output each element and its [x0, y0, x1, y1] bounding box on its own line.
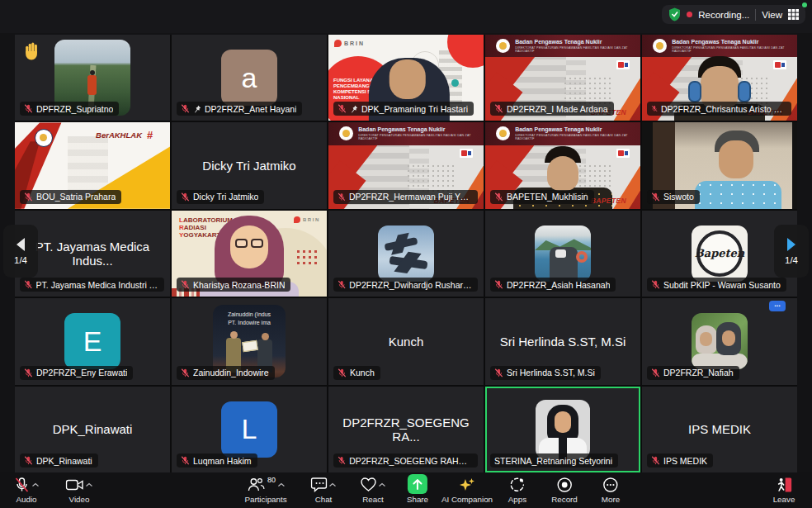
- participant-name-text: DP2FRZR_Nafiah: [663, 368, 734, 377]
- muted-mic-icon: [24, 368, 33, 377]
- muted-mic-icon: [494, 280, 503, 289]
- participant-tile[interactable]: BerAKHLAK#BOU_Satria Prahara: [15, 122, 170, 208]
- topbar-controls: Recording... View: [662, 5, 805, 24]
- participant-tile[interactable]: DP2FRZR_Asiah Hasanah: [485, 211, 640, 297]
- profile-photo-avatar: [692, 313, 748, 369]
- muted-mic-icon: [494, 368, 503, 377]
- leave-button[interactable]: Leave: [773, 476, 795, 504]
- participant-name-text: Kunch: [350, 368, 375, 377]
- share-screen-button[interactable]: Share: [407, 476, 428, 504]
- participant-tile[interactable]: aDP2FRZR_Anet Hayani: [172, 35, 327, 121]
- profile-photo-avatar: [535, 226, 591, 282]
- bapeten-banner-subtitle: DIREKTORAT PENGATURAN PENGAWASAN FASILIT…: [358, 134, 484, 140]
- brin-logo: BRIN: [294, 216, 320, 223]
- recording-status[interactable]: Recording...: [698, 10, 749, 20]
- video-button[interactable]: Video: [66, 476, 93, 504]
- participant-tile[interactable]: Zainuddin (IndusPT. Indowire imaZainuddi…: [172, 298, 327, 384]
- participants-chevron-icon[interactable]: [277, 482, 285, 487]
- muted-mic-icon: [181, 456, 190, 465]
- participant-tile[interactable]: KunchKunch: [328, 298, 484, 384]
- audio-button[interactable]: Audio: [14, 476, 40, 504]
- muted-mic-icon: [338, 192, 346, 202]
- topbar-divider: [755, 9, 756, 21]
- participant-tile[interactable]: IPS MEDIKIPS MEDIK: [642, 387, 797, 472]
- chat-bubble-icon: [311, 477, 328, 492]
- berakhlak-title: BerAKHLAK: [96, 131, 142, 140]
- participant-name-label: Luqman Hakim: [177, 453, 257, 468]
- gallery-view-icon[interactable]: [788, 9, 799, 20]
- participant-tile[interactable]: PT. Jayamas Medica Indus...PT. Jayamas M…: [15, 211, 170, 297]
- heart-react-icon: [361, 477, 377, 492]
- participant-tile[interactable]: Sri Herlinda S.ST, M.SiSri Herlinda S.ST…: [485, 298, 640, 384]
- participant-name-label: DP2FRZR_Anet Hayani: [177, 102, 302, 116]
- participant-tile[interactable]: FUNGSI LAYANAN PENGEMBANGAN KOMPETENSI S…: [328, 35, 484, 121]
- participant-tile[interactable]: STERINA_Retnaning Setyorini: [485, 387, 640, 472]
- more-button[interactable]: More: [602, 476, 620, 504]
- ai-companion-sparkle-icon: [458, 477, 476, 493]
- leave-door-icon: [775, 477, 793, 493]
- next-page-button[interactable]: 1/4: [774, 225, 809, 278]
- participant-tile[interactable]: Badan Pengawas Tenaga NuklirDIREKTORAT P…: [642, 35, 797, 121]
- participant-tile[interactable]: Dicky Tri JatmikoDicky Tri Jatmiko: [172, 122, 327, 208]
- apps-icon: [509, 477, 526, 493]
- participant-name-text: PT. Jayamas Medica Industri Tbk: [36, 280, 158, 290]
- bapeten-logo-text: BAPETEN: [591, 197, 626, 205]
- participant-name-text: DPK_Pramaning Tri Hastari: [361, 104, 468, 114]
- muted-mic-icon: [338, 104, 347, 113]
- react-label: React: [362, 495, 384, 504]
- participant-gallery-grid: DPFRZR_SupriatnoaDP2FRZR_Anet HayaniFUNG…: [15, 35, 797, 472]
- react-chevron-icon[interactable]: [379, 482, 386, 487]
- participant-name-label: IPS MEDIK: [647, 453, 713, 468]
- letter-avatar: L: [221, 401, 277, 458]
- participant-name-label: DP2FRZR_Eny Erawati: [20, 366, 133, 380]
- tile-options-button[interactable]: ...: [769, 301, 786, 311]
- participant-name-text: DPFRZR_Supriatno: [36, 104, 113, 114]
- pin-icon: [193, 105, 201, 113]
- participant-name-text: Kharistya Rozana-BRIN: [193, 280, 285, 290]
- previous-page-button[interactable]: 1/4: [3, 225, 38, 278]
- participant-name-label: BAPETEN_Mukhlisin: [490, 190, 594, 204]
- muted-mic-icon: [651, 192, 660, 202]
- chat-button[interactable]: Chat: [311, 476, 337, 504]
- letter-avatar: a: [221, 50, 277, 106]
- participant-name-text: Sri Herlinda S.ST, M.Si: [507, 368, 595, 377]
- chat-chevron-icon[interactable]: [329, 482, 337, 487]
- muted-mic-icon: [651, 456, 660, 465]
- page-indicator-right: 1/4: [785, 255, 798, 265]
- participant-tile[interactable]: EDP2FRZR_Eny Erawati: [15, 298, 170, 384]
- participant-name-label: DPFRZR_Supriatno: [20, 102, 119, 116]
- participant-name-label: DP2FRZR_Asiah Hasanah: [490, 278, 616, 292]
- participants-count: 80: [267, 476, 276, 484]
- more-icon: [602, 477, 619, 493]
- participant-name-label: BOU_Satria Prahara: [20, 190, 121, 204]
- participant-tile[interactable]: Badan Pengawas Tenaga NuklirDIREKTORAT P…: [328, 122, 484, 208]
- muted-mic-icon: [494, 104, 503, 113]
- participants-button[interactable]: 80 Participants: [244, 476, 286, 504]
- apps-button[interactable]: Apps: [508, 476, 526, 504]
- bapeten-flag-logo: [616, 60, 630, 69]
- participant-name-label: STERINA_Retnaning Setyorini: [490, 453, 618, 468]
- participant-tile[interactable]: DPK_RinawatiDPK_Rinawati: [15, 387, 170, 472]
- participant-tile[interactable]: DP2FRZR_Dwihardjo Rushartono: [328, 211, 484, 297]
- participant-tile[interactable]: LABORATORIUMRADIASIYOGYAKARTABRINKharist…: [172, 211, 327, 297]
- react-button[interactable]: React: [361, 476, 386, 504]
- participant-name-text: Zainuddin_Indowire: [193, 368, 269, 377]
- video-chevron-icon[interactable]: [86, 482, 93, 487]
- participant-tile[interactable]: Siswoto: [642, 122, 797, 208]
- audio-chevron-icon[interactable]: [32, 482, 40, 487]
- participant-tile[interactable]: DPFRZR_Supriatno: [15, 35, 170, 121]
- participant-tile[interactable]: Badan Pengawas Tenaga NuklirDIREKTORAT P…: [485, 122, 640, 208]
- participant-name-label: DP2FRZR_Chrisantus Aristo Wirawan Dwi...: [647, 102, 791, 116]
- participant-tile[interactable]: Badan Pengawas Tenaga NuklirDIREKTORAT P…: [485, 35, 640, 121]
- share-screen-icon: [408, 474, 427, 494]
- ai-companion-button[interactable]: AI Companion: [441, 476, 493, 504]
- security-shield-icon[interactable]: [668, 7, 681, 21]
- participant-name-label: DP2FRZR_Dwihardjo Rushartono: [333, 278, 478, 292]
- record-button[interactable]: Record: [551, 476, 578, 504]
- apps-label: Apps: [508, 495, 526, 504]
- audio-label: Audio: [16, 495, 36, 504]
- participant-tile[interactable]: LLuqman Hakim: [172, 387, 327, 472]
- view-button-label[interactable]: View: [762, 10, 782, 20]
- participant-name-text: Luqman Hakim: [193, 456, 252, 466]
- participant-tile[interactable]: DP2FRZR_SOEGENG RA...DP2FRZR_SOEGENG RAH…: [328, 387, 484, 472]
